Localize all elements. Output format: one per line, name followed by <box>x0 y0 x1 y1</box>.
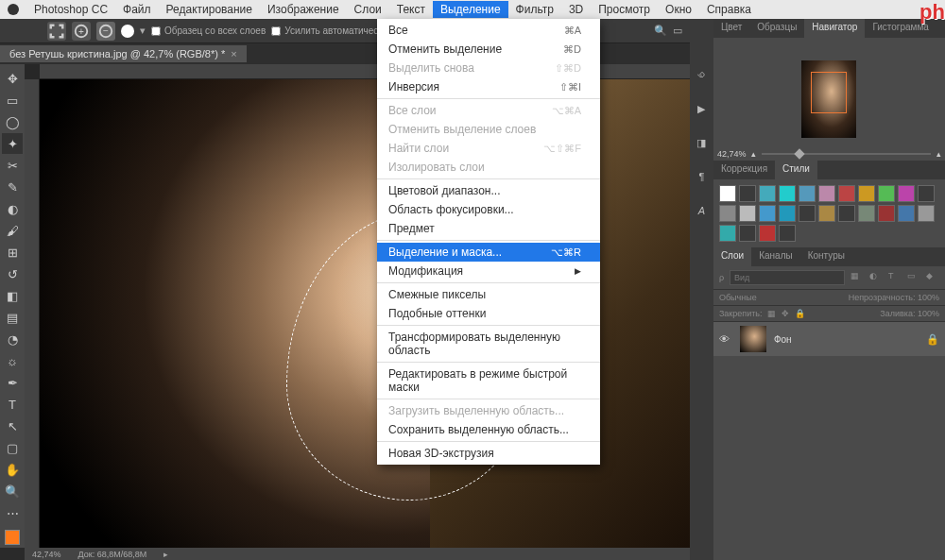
tab-color[interactable]: Цвет <box>713 19 749 38</box>
layer-thumbnail[interactable] <box>740 326 766 352</box>
sample-all-layers-checkbox[interactable]: Образец со всех слоев <box>151 25 266 36</box>
blur-tool[interactable]: ◔ <box>2 329 23 349</box>
foreground-color[interactable] <box>5 530 20 545</box>
filter-shape-icon[interactable]: ▭ <box>907 271 920 284</box>
menu-filter[interactable]: Фильтр <box>508 1 561 18</box>
style-swatch[interactable] <box>719 185 736 202</box>
navigator-viewport-box[interactable] <box>811 72 847 113</box>
menu-type[interactable]: Текст <box>389 1 433 18</box>
style-swatch[interactable] <box>799 205 816 222</box>
style-swatch[interactable] <box>878 185 895 202</box>
quick-selection-tool[interactable]: ✦ <box>2 133 23 154</box>
navigator-thumbnail[interactable] <box>801 60 856 138</box>
quick-select-mode-icon[interactable] <box>47 22 66 41</box>
tab-layers[interactable]: Слои <box>713 247 751 266</box>
menu-edit[interactable]: Редактирование <box>159 1 260 18</box>
menu-file[interactable]: Файл <box>115 1 159 18</box>
lock-pixels-icon[interactable]: ▦ <box>767 309 776 318</box>
menu-item-инверсия[interactable]: Инверсия⇧⌘I <box>377 77 600 96</box>
brush-size-preview-icon[interactable] <box>121 25 134 38</box>
menu-item-область-фокусировки[interactable]: Область фокусировки... <box>377 200 600 219</box>
eyedropper-tool[interactable]: ✎ <box>2 177 23 197</box>
filter-type-icon[interactable]: T <box>888 271 902 284</box>
brush-tool[interactable]: 🖌 <box>2 220 23 241</box>
menu-help[interactable]: Справка <box>699 1 759 18</box>
lasso-tool[interactable]: ◯ <box>2 111 23 132</box>
style-swatch[interactable] <box>838 205 855 222</box>
style-swatch[interactable] <box>779 225 796 242</box>
play-icon[interactable]: ▶ <box>693 100 710 117</box>
tab-paths[interactable]: Контуры <box>800 247 852 266</box>
menu-item-трансформировать-выделенную-область[interactable]: Трансформировать выделенную область <box>377 328 600 360</box>
character-panel-icon[interactable]: ¶ <box>693 168 710 185</box>
style-swatch[interactable] <box>918 185 935 202</box>
fill-value[interactable]: 100% <box>918 309 939 318</box>
tab-styles[interactable]: Стили <box>775 161 817 179</box>
dodge-tool[interactable]: ☼ <box>2 350 23 371</box>
blend-mode-select[interactable]: Обычные <box>719 293 757 302</box>
style-swatch[interactable] <box>858 185 875 202</box>
spot-healing-tool[interactable]: ◐ <box>2 198 23 219</box>
menu-item-все[interactable]: Все⌘A <box>377 21 600 40</box>
menu-image[interactable]: Изображение <box>260 1 347 18</box>
add-selection-icon[interactable]: + <box>72 22 91 41</box>
subtract-selection-icon[interactable]: − <box>96 22 115 41</box>
auto-enhance-checkbox[interactable]: Усилить автоматически <box>271 25 387 36</box>
style-swatch[interactable] <box>739 185 756 202</box>
menu-item-модификация[interactable]: Модификация▶ <box>377 262 600 280</box>
tab-navigator[interactable]: Навигатор <box>804 19 865 38</box>
style-swatch[interactable] <box>898 185 915 202</box>
layer-visibility-icon[interactable]: 👁 <box>719 333 732 345</box>
layer-lock-icon[interactable]: 🔒 <box>926 333 939 346</box>
menu-item-смежные-пикселы[interactable]: Смежные пикселы <box>377 285 600 304</box>
status-zoom[interactable]: 42,74% <box>32 550 61 559</box>
menu-window[interactable]: Окно <box>658 1 699 18</box>
zoom-out-icon[interactable]: ▴ <box>751 149 756 159</box>
properties-panel-icon[interactable]: ◨ <box>693 134 710 151</box>
tab-swatches[interactable]: Образцы <box>749 19 804 38</box>
style-swatch[interactable] <box>739 225 756 242</box>
tab-channels[interactable]: Каналы <box>751 247 800 266</box>
zoom-tool[interactable]: 🔍 <box>2 481 23 501</box>
style-swatch[interactable] <box>898 205 915 222</box>
layer-filter-input[interactable] <box>730 270 845 285</box>
opacity-value[interactable]: 100% <box>918 293 939 302</box>
history-brush-tool[interactable]: ↺ <box>2 263 23 284</box>
style-swatch[interactable] <box>759 205 776 222</box>
pen-tool[interactable]: ✒ <box>2 372 23 393</box>
menu-item-цветовой-диапазон[interactable]: Цветовой диапазон... <box>377 181 600 200</box>
menu-item-новая-3d-экструзия[interactable]: Новая 3D-экструзия <box>377 444 600 463</box>
document-tab[interactable]: без Ретушь кристина.jpg @ 42,7% (RGB/8*)… <box>0 45 247 62</box>
layer-name[interactable]: Фон <box>774 334 919 345</box>
menu-view[interactable]: Просмотр <box>591 1 658 18</box>
lock-all-icon[interactable]: 🔒 <box>795 309 805 318</box>
menu-item-отменить-выделение[interactable]: Отменить выделение⌘D <box>377 40 600 59</box>
gradient-tool[interactable]: ▤ <box>2 307 23 328</box>
menu-3d[interactable]: 3D <box>561 1 591 18</box>
menu-item-редактировать-в-режиме-быстрой-маски[interactable]: Редактировать в режиме быстрой маски <box>377 365 600 397</box>
tab-adjustments[interactable]: Коррекция <box>713 161 775 179</box>
filter-image-icon[interactable]: ▦ <box>850 271 864 284</box>
style-swatch[interactable] <box>818 205 835 222</box>
lock-position-icon[interactable]: ✥ <box>782 309 789 318</box>
status-expand-icon[interactable]: ▸ <box>163 550 168 559</box>
style-swatch[interactable] <box>918 205 935 222</box>
navigator-zoom-slider[interactable] <box>762 153 931 155</box>
edit-toolbar-icon[interactable]: ⋯ <box>2 502 23 523</box>
shape-tool[interactable]: ▢ <box>2 437 23 458</box>
style-swatch[interactable] <box>878 205 895 222</box>
style-swatch[interactable] <box>858 205 875 222</box>
path-selection-tool[interactable]: ↖ <box>2 416 23 436</box>
menu-layers[interactable]: Слои <box>347 1 389 18</box>
style-swatch[interactable] <box>818 185 835 202</box>
move-tool[interactable]: ✥ <box>2 68 23 89</box>
style-swatch[interactable] <box>799 185 816 202</box>
style-swatch[interactable] <box>759 225 776 242</box>
glyphs-panel-icon[interactable]: A <box>693 202 710 219</box>
filter-adjustment-icon[interactable]: ◐ <box>869 271 883 284</box>
style-swatch[interactable] <box>759 185 776 202</box>
hand-tool[interactable]: ✋ <box>2 459 23 480</box>
style-swatch[interactable] <box>779 205 796 222</box>
menu-item-подобные-оттенки[interactable]: Подобные оттенки <box>377 304 600 323</box>
filter-smart-icon[interactable]: ◆ <box>926 271 939 284</box>
